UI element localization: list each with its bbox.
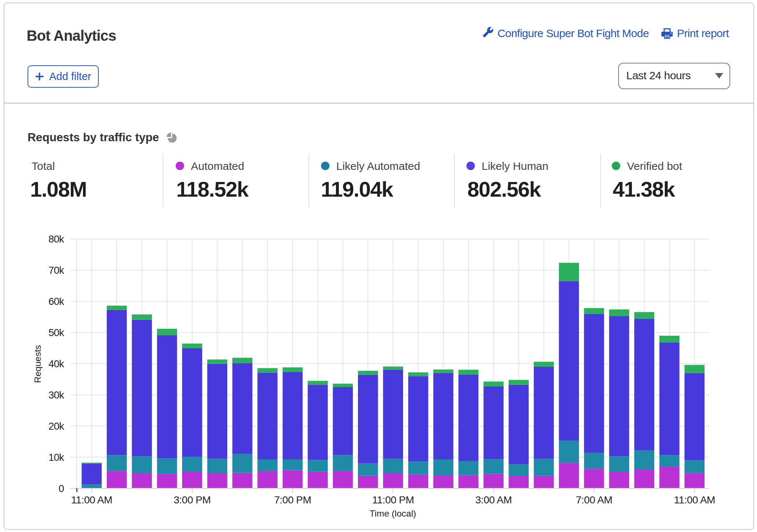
- svg-text:30k: 30k: [48, 389, 64, 401]
- svg-text:10k: 10k: [48, 452, 64, 463]
- svg-text:80k: 80k: [48, 233, 64, 245]
- svg-text:7:00 AM: 7:00 AM: [576, 494, 612, 506]
- svg-text:3:00 PM: 3:00 PM: [174, 494, 211, 506]
- svg-text:Time (local): Time (local): [369, 509, 416, 518]
- svg-text:11:00 AM: 11:00 AM: [674, 494, 715, 506]
- svg-text:11:00 AM: 11:00 AM: [71, 494, 112, 506]
- svg-text:11:00 PM: 11:00 PM: [372, 494, 414, 506]
- svg-text:0: 0: [59, 483, 64, 494]
- svg-text:3:00 AM: 3:00 AM: [475, 494, 512, 506]
- svg-text:60k: 60k: [48, 296, 64, 307]
- svg-text:7:00 PM: 7:00 PM: [274, 494, 311, 506]
- svg-text:50k: 50k: [48, 327, 64, 338]
- svg-text:70k: 70k: [48, 265, 64, 276]
- svg-text:20k: 20k: [48, 420, 64, 432]
- svg-text:Requests: Requests: [33, 345, 43, 383]
- svg-text:40k: 40k: [48, 358, 64, 369]
